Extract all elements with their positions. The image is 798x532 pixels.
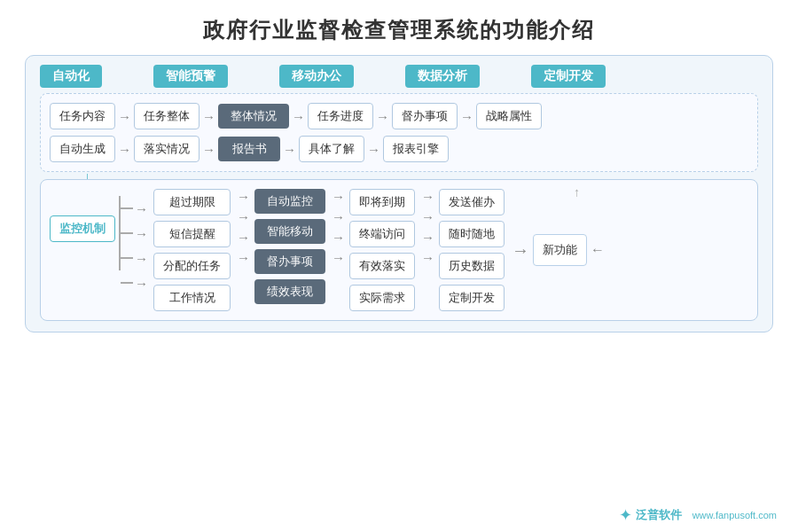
node-details: 具体了解	[299, 136, 364, 162]
node-performance: 绩效表现	[254, 279, 325, 304]
node-monitor-mechanism: 监控机制	[50, 215, 115, 242]
node-actual-demand: 实际需求	[349, 285, 415, 311]
node-smart-mobile: 智能移动	[254, 219, 325, 244]
arrow-b1: →	[135, 201, 148, 216]
watermark: ✦ 泛普软件 www.fanpusoft.com	[619, 505, 777, 525]
arrow-r4: →	[332, 250, 345, 265]
node-overall-status: 整体情况	[218, 104, 289, 129]
header-tags-row: 自动化 智能预警 移动办公 数据分析 定制开发	[40, 65, 758, 93]
arrow-m1: →	[237, 189, 250, 204]
tag-custom-dev: 定制开发	[531, 65, 606, 88]
arrow-rr4: →	[421, 250, 434, 265]
node-terminal-access: 终端访问	[349, 221, 415, 247]
node-supervision-matters: 督办事项	[392, 103, 458, 129]
arrow-6: →	[118, 142, 131, 157]
node-task-progress: 任务进度	[308, 103, 373, 129]
arrow-rr3: →	[421, 230, 434, 245]
node-auto-generate: 自动生成	[50, 136, 115, 162]
node-auto-monitor: 自动监控	[254, 189, 325, 214]
arrow-m4: →	[237, 250, 250, 265]
watermark-website: www.fanpusoft.com	[692, 510, 777, 520]
arrow-rr2: →	[421, 209, 434, 224]
arrow-3: →	[292, 109, 305, 124]
arrow-2: →	[202, 109, 215, 124]
arrow-7: →	[202, 142, 215, 157]
arrow-b4: →	[135, 276, 148, 291]
tag-smart-alert: 智能预警	[153, 65, 228, 88]
node-upcoming: 即将到期	[349, 189, 415, 215]
watermark-brand: 泛普软件	[636, 507, 682, 523]
up-arrow-supervision: ↓	[574, 187, 580, 201]
arrow-m2: →	[237, 209, 250, 224]
node-send-urge: 发送催办	[439, 189, 505, 215]
arrow-5: →	[460, 109, 473, 124]
tag-automation: 自动化	[40, 65, 102, 88]
arrow-m3: →	[237, 230, 250, 245]
arrow-to-new: →	[512, 240, 529, 260]
node-supervision-item: 督办事项	[254, 249, 325, 274]
tag-data-analysis: 数据分析	[405, 65, 480, 88]
arrow-back: ←	[591, 242, 605, 257]
arrow-8: →	[283, 142, 296, 157]
arrow-r1: →	[332, 189, 345, 204]
arrow-4: →	[376, 109, 389, 124]
arrow-1: →	[118, 109, 131, 124]
node-history-data: 历史数据	[439, 253, 505, 279]
node-effective-impl: 有效落实	[349, 253, 415, 279]
node-work-status: 工作情况	[153, 285, 231, 311]
tag-mobile-office: 移动办公	[279, 65, 354, 88]
node-implementation: 落实情况	[134, 136, 200, 162]
node-overdue: 超过期限	[153, 189, 231, 215]
node-report-engine: 报表引擎	[383, 136, 449, 162]
arrow-r3: →	[332, 230, 345, 245]
node-task-whole: 任务整体	[134, 103, 200, 129]
node-report: 报告书	[218, 137, 280, 161]
node-assigned-task: 分配的任务	[153, 253, 231, 279]
arrow-b3: →	[135, 251, 148, 266]
node-custom-dev: 定制开发	[439, 285, 505, 311]
node-new-function: 新功能	[533, 234, 587, 266]
node-strategic-attr: 战略属性	[476, 103, 542, 129]
arrow-rr1: →	[421, 189, 434, 204]
arrow-r2: →	[332, 209, 345, 224]
arrow-9: →	[367, 142, 380, 157]
arrow-b2: →	[135, 226, 148, 241]
page-title: 政府行业监督检查管理系统的功能介绍	[0, 0, 798, 55]
node-task-content: 任务内容	[50, 103, 115, 129]
node-anytime: 随时随地	[439, 221, 505, 247]
watermark-icon: ✦	[619, 505, 632, 525]
node-sms-reminder: 短信提醒	[153, 221, 231, 247]
